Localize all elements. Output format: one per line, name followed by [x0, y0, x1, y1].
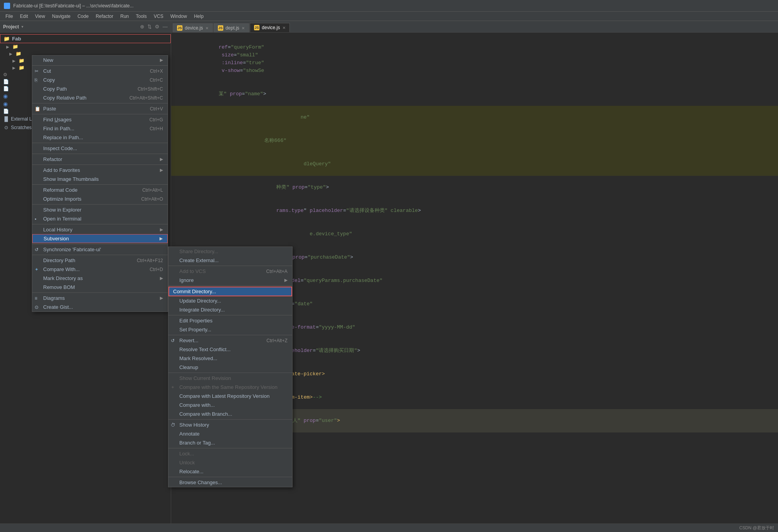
- menu-copy-path[interactable]: Copy Path Ctrl+Shift+C: [32, 84, 168, 93]
- menu-cut[interactable]: ✂ Cut Ctrl+X: [32, 66, 168, 75]
- menu-refactor[interactable]: Refactor ▶: [32, 155, 168, 164]
- tab-close-2[interactable]: ✕: [242, 26, 245, 30]
- menu-window[interactable]: Window: [167, 13, 190, 20]
- menu-update-directory[interactable]: Update Directory...: [168, 296, 292, 305]
- menu-show-current-revision[interactable]: Show Current Revision: [168, 374, 292, 383]
- menu-copy[interactable]: ⎘ Copy Ctrl+C: [32, 75, 168, 84]
- context-menu-subversion: Share Directory... Create External... Ad…: [168, 247, 293, 487]
- menu-commit-directory[interactable]: Commit Directory...: [168, 287, 292, 296]
- menu-image-thumbnails[interactable]: Show Image Thumbnails: [32, 175, 168, 184]
- collapse-icon[interactable]: ⇅: [147, 24, 152, 30]
- separator3: [32, 114, 168, 114]
- terminal-icon: ▪: [35, 216, 36, 222]
- menu-show-explorer[interactable]: Show in Explorer: [32, 205, 168, 214]
- menu-edit[interactable]: Edit: [17, 13, 31, 20]
- menu-annotate[interactable]: Annotate: [168, 429, 292, 438]
- status-bar: CSDN @君放于时: [0, 523, 778, 532]
- sidebar-toolbar: ⊕ ⇅ ⚙ —: [140, 24, 168, 30]
- menu-inspect[interactable]: Inspect Code...: [32, 144, 168, 153]
- mark-dir-arrow: ▶: [160, 276, 163, 281]
- menu-integrate-directory-label: Integrate Directory...: [179, 307, 225, 313]
- menu-new[interactable]: New ▶: [32, 56, 168, 65]
- menu-show-history[interactable]: ⏱ Show History: [168, 420, 292, 429]
- tab-close-1[interactable]: ✕: [205, 26, 209, 30]
- menu-copy-relative[interactable]: Copy Relative Path Ctrl+Alt+Shift+C: [32, 93, 168, 102]
- tab-close-3[interactable]: ✕: [282, 26, 286, 30]
- menu-resolve-conflict[interactable]: Resolve Text Conflict...: [168, 345, 292, 354]
- menu-unlock[interactable]: Unlock: [168, 458, 292, 467]
- optimize-shortcut: Ctrl+Alt+O: [141, 196, 163, 202]
- menu-open-terminal-label: Open in Terminal: [43, 216, 81, 222]
- settings-icon[interactable]: ⚙: [155, 24, 159, 30]
- menu-share-directory[interactable]: Share Directory...: [168, 247, 292, 256]
- folder-icon: 📁: [12, 44, 18, 49]
- tab-device-js-2[interactable]: JS device.js ✕: [250, 23, 290, 32]
- menu-find-path[interactable]: Find in Path... Ctrl+H: [32, 124, 168, 133]
- find-path-shortcut: Ctrl+H: [150, 126, 163, 131]
- tree-item[interactable]: ▶ 📁: [0, 43, 171, 50]
- menu-set-property[interactable]: Set Property...: [168, 325, 292, 334]
- menu-add-favorites[interactable]: Add to Favorites ▶: [32, 166, 168, 175]
- menu-find-path-label: Find in Path...: [43, 126, 74, 131]
- menu-revert[interactable]: ↺ Revert... Ctrl+Alt+Z: [168, 336, 292, 345]
- menu-edit-properties[interactable]: Edit Properties: [168, 316, 292, 325]
- menu-reformat[interactable]: Reformat Code Ctrl+Alt+L: [32, 186, 168, 194]
- menu-refactor[interactable]: Refactor: [93, 13, 116, 20]
- find-usages-shortcut: Ctrl+G: [149, 117, 163, 122]
- paste-shortcut: Ctrl+V: [150, 106, 163, 112]
- menu-optimize[interactable]: Optimize Imports Ctrl+Alt+O: [32, 194, 168, 203]
- menu-compare-with2[interactable]: Compare with...: [168, 401, 292, 410]
- menu-browse-changes[interactable]: Browse Changes...: [168, 478, 292, 487]
- tab-device-js-1[interactable]: JS device.js ✕: [173, 23, 213, 32]
- menu-mark-directory[interactable]: Mark Directory as ▶: [32, 274, 168, 283]
- menu-navigate[interactable]: Navigate: [49, 13, 74, 20]
- menu-subversion[interactable]: Subversion ▶: [32, 234, 168, 243]
- menu-show-current-revision-label: Show Current Revision: [179, 375, 231, 381]
- locate-icon[interactable]: ⊕: [140, 24, 144, 30]
- menu-replace-path[interactable]: Replace in Path...: [32, 133, 168, 142]
- diagrams-arrow: ▶: [160, 296, 163, 301]
- menu-view[interactable]: View: [32, 13, 48, 20]
- menu-help[interactable]: Help: [191, 13, 207, 20]
- copy-path-shortcut: Ctrl+Shift+C: [138, 86, 163, 92]
- menu-compare-same-repo[interactable]: ✦ Compare with the Same Repository Versi…: [168, 383, 292, 392]
- minimize-icon[interactable]: —: [163, 24, 168, 30]
- menu-remove-bom[interactable]: Remove BOM: [32, 283, 168, 292]
- menu-mark-resolved[interactable]: Mark Resolved...: [168, 354, 292, 363]
- menu-file[interactable]: File: [2, 13, 16, 20]
- add-vcs-shortcut: Ctrl+Alt+A: [266, 269, 287, 274]
- menu-code[interactable]: Code: [74, 13, 92, 20]
- menu-show-explorer-label: Show in Explorer: [43, 207, 81, 213]
- menu-directory-path-label: Directory Path: [43, 257, 75, 263]
- menu-integrate-directory[interactable]: Integrate Directory...: [168, 305, 292, 314]
- line-number: [171, 199, 187, 222]
- menu-find-usages[interactable]: Find Usages Ctrl+G: [32, 115, 168, 124]
- menu-cleanup[interactable]: Cleanup: [168, 363, 292, 372]
- menu-branch-tag[interactable]: Branch or Tag...: [168, 438, 292, 447]
- menu-branch-tag-label: Branch or Tag...: [179, 440, 215, 446]
- menu-directory-path[interactable]: Directory Path Ctrl+Alt+F12: [32, 256, 168, 265]
- menu-ignore[interactable]: Ignore ▶: [168, 276, 292, 285]
- menu-run[interactable]: Run: [117, 13, 132, 20]
- menu-create-external[interactable]: Create External...: [168, 256, 292, 265]
- menu-open-terminal[interactable]: ▪ Open in Terminal: [32, 214, 168, 223]
- menu-compare-latest-repo[interactable]: Compare with Latest Repository Version: [168, 392, 292, 401]
- sidebar-dropdown-icon[interactable]: ▾: [21, 24, 23, 29]
- menu-tools[interactable]: Tools: [133, 13, 150, 20]
- menu-lock[interactable]: Lock...: [168, 449, 292, 458]
- separator7: [32, 184, 168, 185]
- menu-diagrams[interactable]: ≡ Diagrams ▶: [32, 294, 168, 303]
- menu-local-history[interactable]: Local History ▶: [32, 225, 168, 234]
- menu-revert-label: Revert...: [179, 338, 198, 343]
- menu-create-gist[interactable]: ⊙ Create Gist...: [32, 303, 168, 312]
- menu-compare-branch[interactable]: Compare with Branch...: [168, 410, 292, 418]
- menu-vcs[interactable]: VCS: [151, 13, 166, 20]
- menu-add-vcs[interactable]: Add to VCS Ctrl+Alt+A: [168, 267, 292, 276]
- menu-synchronize[interactable]: ↺ Synchronize 'Fabricate-ui': [32, 245, 168, 254]
- tab-dept-js[interactable]: JS dept.js ✕: [214, 23, 249, 32]
- project-root-item[interactable]: 📁 Fab: [0, 34, 171, 43]
- menu-paste[interactable]: 📋 Paste Ctrl+V: [32, 104, 168, 113]
- menu-compare-with[interactable]: ✦ Compare With... Ctrl+D: [32, 265, 168, 274]
- menu-relocate[interactable]: Relocate...: [168, 467, 292, 476]
- svn-sep4: [168, 335, 292, 335]
